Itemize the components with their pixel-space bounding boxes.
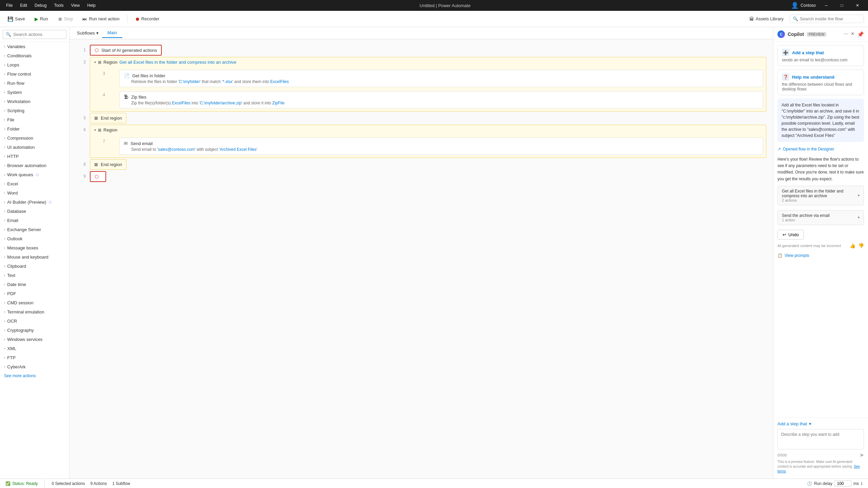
action-send-email[interactable]: ✉ Send email Send email to 'sales@contos… — [119, 138, 763, 155]
sidebar-item-ftp[interactable]: › FTP — [0, 353, 69, 362]
file-match: *.xlsx — [223, 79, 233, 84]
menu-tools[interactable]: Tools — [51, 2, 67, 8]
suggestion-add-step[interactable]: ➕ Add a step that sends an email to lee@… — [777, 45, 864, 66]
copilot-header-right: ⋯ ✕ 📌 — [844, 31, 864, 38]
sidebar-item-ocr[interactable]: › OCR — [0, 317, 69, 326]
subflows-button[interactable]: Subflows ▾ — [74, 29, 102, 37]
sidebar-item-excel[interactable]: › Excel — [0, 179, 69, 188]
suggestion-header: ❓ Help me understand — [782, 73, 860, 81]
sidebar-item-conditionals[interactable]: › Conditionals — [0, 51, 69, 60]
menu-help[interactable]: Help — [84, 2, 99, 8]
accordion-header-excel[interactable]: Get all Excel files in the folder and co… — [778, 186, 864, 205]
run-next-button[interactable]: ⏭ Run next action — [79, 15, 123, 23]
thumbs-up-icon[interactable]: 👍 — [850, 243, 855, 248]
assets-library-button[interactable]: 🏛 Assets Library — [746, 15, 787, 23]
sidebar-item-email[interactable]: › Email — [0, 216, 69, 225]
sidebar-item-loops[interactable]: › Loops — [0, 60, 69, 69]
region-name-link[interactable]: Get all Excel files in the folder and co… — [119, 60, 236, 65]
thumbs-down-icon[interactable]: 👎 — [858, 243, 864, 248]
sidebar-item-cyberark[interactable]: › CyberArk — [0, 362, 69, 371]
accordion-header-email[interactable]: Send the archive via email 1 action ▾ — [778, 210, 864, 225]
sidebar-item-exchange-server[interactable]: › Exchange Server — [0, 225, 69, 234]
menu-debug[interactable]: Debug — [31, 2, 50, 8]
copilot-pin-icon[interactable]: 📌 — [857, 31, 864, 38]
sidebar-search-input[interactable] — [13, 32, 63, 37]
menu-edit[interactable]: Edit — [17, 2, 31, 8]
sidebar-item-browser-automation[interactable]: › Browser automation — [0, 161, 69, 170]
sidebar-item-label: Workstation — [7, 99, 30, 104]
step-number: 9 — [76, 171, 86, 179]
stop-button[interactable]: ⏹ Stop — [54, 15, 77, 23]
close-button[interactable]: ✕ — [850, 0, 865, 11]
run-delay-input[interactable] — [834, 481, 851, 487]
sidebar-item-variables[interactable]: › Variables — [0, 42, 69, 51]
sidebar-item-cryptography[interactable]: › Cryptography — [0, 326, 69, 335]
search-flow-input[interactable] — [800, 16, 861, 21]
action-title: Zip files — [131, 95, 146, 100]
accordion-excel[interactable]: Get all Excel files in the folder and co… — [777, 186, 864, 205]
copilot-textarea[interactable] — [777, 429, 864, 449]
sidebar-item-folder[interactable]: › Folder — [0, 124, 69, 134]
save-button[interactable]: 💾 Save — [4, 15, 28, 23]
step-content: ⊠ End region — [90, 113, 766, 123]
sidebar-item-windows-services[interactable]: › Windows services — [0, 335, 69, 344]
sidebar-item-xml[interactable]: › XML — [0, 344, 69, 353]
sidebar-item-database[interactable]: › Database — [0, 207, 69, 216]
toolbar-right: 🏛 Assets Library 🔍 — [746, 15, 864, 23]
sidebar-item-clipboard[interactable]: › Clipboard — [0, 262, 69, 271]
subflow-count: 1 Subflow — [112, 481, 130, 486]
collapse-icon: ▾ — [94, 60, 96, 64]
sidebar-item-pdf[interactable]: › PDF — [0, 289, 69, 298]
sidebar-item-label: File — [7, 117, 14, 122]
region-header-excel[interactable]: ▾ ⊞ Region Get all Excel files in the fo… — [90, 57, 766, 67]
sidebar-item-ui-automation[interactable]: › UI automation — [0, 143, 69, 152]
sidebar-item-word[interactable]: › Word — [0, 188, 69, 198]
menu-view[interactable]: View — [67, 2, 83, 8]
see-more-actions[interactable]: See more actions — [0, 371, 69, 380]
copilot-scroll: ➕ Add a step that sends an email to lee@… — [773, 42, 868, 418]
main-tab[interactable]: Main — [102, 28, 122, 38]
sidebar-item-run-flow[interactable]: › Run flow — [0, 79, 69, 88]
region-header-email[interactable]: ▾ ⊞ Region — [90, 125, 766, 135]
undo-button[interactable]: ↩ Undo — [777, 230, 804, 240]
sidebar-item-http[interactable]: › HTTP — [0, 152, 69, 161]
sidebar-item-mouse-keyboard[interactable]: › Mouse and keyboard — [0, 252, 69, 262]
chevron-icon: › — [4, 255, 5, 259]
maximize-button[interactable]: □ — [834, 0, 850, 11]
copilot-close-icon[interactable]: ✕ — [851, 31, 854, 38]
sidebar-item-cmd-session[interactable]: › CMD session — [0, 298, 69, 307]
menu-file[interactable]: File — [3, 2, 16, 8]
sidebar-item-file[interactable]: › File — [0, 115, 69, 124]
sidebar-item-text[interactable]: › Text — [0, 271, 69, 280]
action-description: Retrieve the files in folder 'C:\myfolde… — [131, 79, 759, 84]
sidebar-item-work-queues[interactable]: › Work queues ⬡ — [0, 170, 69, 179]
stop-icon: ⏹ — [58, 16, 62, 22]
clock-icon: 🕐 — [807, 481, 812, 486]
recorder-button[interactable]: ⏺ Recorder — [132, 15, 163, 23]
sidebar-item-ai-builder[interactable]: › AI Builder (Preview) ⬡ — [0, 198, 69, 207]
sidebar-item-scripting[interactable]: › Scripting — [0, 106, 69, 115]
accordion-email[interactable]: Send the archive via email 1 action ▾ — [777, 210, 864, 225]
sidebar-item-message-boxes[interactable]: › Message boxes — [0, 243, 69, 252]
run-button[interactable]: ▶ Run — [31, 15, 52, 23]
minimize-button[interactable]: ─ — [818, 0, 834, 11]
sidebar-item-terminal-emulation[interactable]: › Terminal emulation — [0, 307, 69, 317]
add-step-row[interactable]: Add a step that ▾ — [777, 421, 864, 426]
view-prompts-button[interactable]: 📋 View prompts — [777, 252, 864, 259]
sidebar-item-compression[interactable]: › Compression — [0, 134, 69, 143]
send-button[interactable]: ➤ — [860, 452, 864, 458]
run-delay-info-icon[interactable]: ℹ — [861, 481, 863, 486]
copilot-more-icon[interactable]: ⋯ — [844, 31, 848, 38]
sidebar-item-flow-control[interactable]: › Flow control — [0, 69, 69, 79]
feedback-row: AI-generated content may be incorrect 👍 … — [777, 243, 864, 248]
suggestion-help-understand[interactable]: ❓ Help me understand the difference betw… — [777, 69, 864, 95]
sidebar-item-workstation[interactable]: › Workstation — [0, 97, 69, 106]
sidebar-item-date-time[interactable]: › Date time — [0, 280, 69, 289]
sidebar-item-system[interactable]: › System — [0, 88, 69, 97]
sidebar-item-outlook[interactable]: › Outlook — [0, 234, 69, 243]
run-next-icon: ⏭ — [82, 16, 87, 22]
flow-step-8: 8 ⊠ End region — [76, 159, 766, 170]
action-get-files[interactable]: 📄 Get files in folder Retrieve the files… — [119, 70, 763, 87]
action-zip-files[interactable]: 🗜 Zip files Zip the file(s)/folder(s) Ex… — [119, 91, 763, 108]
var-zipfile: ZipFile — [272, 101, 284, 105]
